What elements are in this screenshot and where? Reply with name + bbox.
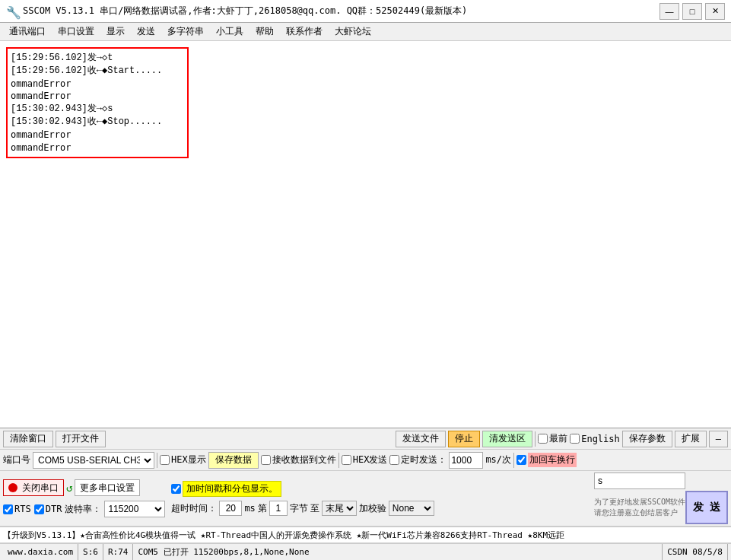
menu-item-多字符串[interactable]: 多字符串	[161, 24, 210, 40]
baud-select[interactable]: 115200	[104, 501, 165, 517]
end-select[interactable]: 末尾	[322, 501, 357, 516]
timeout-label: 超时时间：	[171, 502, 217, 515]
dtr-text: DTR	[46, 504, 62, 514]
save-data-button[interactable]: 保存数据	[208, 452, 259, 469]
recv-to-file-checkbox[interactable]	[261, 455, 271, 465]
minimize-button[interactable]: —	[659, 3, 679, 20]
window-title: SSCOM V5.13.1 串口/网络数据调试器,作者:大虾丁丁,2618058…	[23, 5, 659, 18]
clear-window-button[interactable]: 清除窗口	[3, 431, 53, 447]
port-status-dot	[8, 483, 17, 492]
timed-send-interval[interactable]: 1000	[449, 452, 483, 469]
menu-item-帮助[interactable]: 帮助	[249, 24, 280, 40]
port-select[interactable]: COM5 USB-SERIAL CH340	[33, 452, 154, 469]
add-carriage-checkbox[interactable]	[516, 455, 526, 465]
recv-to-file-text: 接收数据到文件	[272, 453, 336, 466]
checksum-label: 加校验	[359, 502, 386, 515]
hex-send-text: HEX发送	[353, 453, 388, 466]
checksum-select[interactable]: None	[389, 501, 434, 516]
promo-text: 为了更好地发展SSCOM软件请您注册嘉立创结居客户	[594, 497, 685, 518]
log-line: ommandError	[11, 78, 184, 91]
ticker-text: 【升级到V5.13.1】★合宙高性价比4G模块值得一试 ★RT-Thread中国…	[3, 530, 564, 541]
latest-checkbox[interactable]	[538, 434, 548, 444]
r-count-status: R:74	[103, 544, 134, 560]
dash-button[interactable]: —	[709, 431, 728, 447]
toolbar-row2: 端口号 COM5 USB-SERIAL CH340 HEX显示 保存数据 接收数…	[0, 450, 731, 471]
english-checkbox[interactable]	[570, 434, 580, 444]
log-line: [15:29:56.102]发→◇t	[11, 52, 184, 65]
more-settings-button[interactable]: 更多串口设置	[75, 479, 140, 496]
window-controls: — □ ✕	[659, 3, 725, 20]
hex-send-checkbox[interactable]	[342, 455, 351, 465]
dtr-checkbox[interactable]	[34, 504, 44, 514]
close-port-label: 关闭串口	[22, 482, 59, 495]
menu-item-大虾论坛[interactable]: 大虾论坛	[329, 24, 377, 40]
website-status: www.daxia.com	[3, 544, 78, 560]
english-checkbox-label: English	[570, 434, 620, 444]
rts-checkbox[interactable]	[3, 504, 13, 514]
timed-send-text: 定时发送：	[401, 453, 447, 466]
byte-start-label: 第	[258, 502, 267, 515]
send-file-button[interactable]: 发送文件	[396, 431, 446, 447]
latest-label: 最前	[549, 432, 567, 445]
close-port-button[interactable]: 关闭串口	[3, 479, 64, 496]
log-area: [15:29:56.102]发→◇t[15:29:56.102]收←◆Start…	[0, 41, 731, 428]
timeout-input[interactable]: 20	[219, 501, 242, 516]
log-line: [15:29:56.102]收←◆Start.....	[11, 65, 184, 78]
english-label: English	[581, 434, 620, 444]
baud-label: 波特率：	[65, 503, 101, 516]
log-line: [15:30:02.943]收←◆Stop......	[11, 116, 184, 129]
close-button[interactable]: ✕	[705, 3, 725, 20]
menu-item-通讯端口[interactable]: 通讯端口	[3, 24, 52, 40]
port-label: 端口号	[3, 453, 30, 466]
add-carriage-label: 加回车换行	[516, 453, 577, 467]
byte-num-input[interactable]: 1	[269, 501, 288, 516]
bottom-section: 清除窗口 打开文件 发送文件 停止 清发送区 最前 English 保存参数 扩…	[0, 428, 731, 527]
app-icon: 🔧	[6, 5, 18, 18]
maximize-button[interactable]: □	[682, 3, 702, 20]
to-label: 至	[310, 502, 319, 515]
log-line: ommandError	[11, 129, 184, 142]
hex-send-label: HEX发送	[342, 453, 388, 466]
status-bar: www.daxia.com S:6 R:74 COM5 已打开 115200bp…	[0, 543, 731, 560]
send-input[interactable]: s	[594, 473, 685, 489]
reload-icon[interactable]: ↺	[66, 482, 72, 494]
menu-item-发送[interactable]: 发送	[131, 24, 161, 40]
log-content[interactable]: [15:29:56.102]发→◇t[15:29:56.102]收←◆Start…	[0, 41, 731, 428]
log-line: [15:30:02.943]发→◇s	[11, 103, 184, 116]
recv-to-file-label: 接收数据到文件	[261, 453, 336, 466]
dtr-label: DTR	[34, 504, 62, 514]
add-carriage-text: 加回车换行	[528, 453, 577, 467]
open-file-button[interactable]: 打开文件	[56, 431, 106, 447]
latest-checkbox-label: 最前	[538, 432, 567, 445]
menu-bar: 通讯端口串口设置显示发送多字符串小工具帮助联系作者大虾论坛	[0, 23, 731, 41]
menu-item-小工具[interactable]: 小工具	[210, 24, 249, 40]
add-time-checkbox[interactable]	[171, 484, 181, 494]
rts-label: RTS	[3, 504, 31, 514]
timed-send-label: 定时发送：	[389, 453, 447, 466]
clear-send-area-button[interactable]: 清发送区	[482, 431, 532, 447]
main-content: [15:29:56.102]发→◇t[15:29:56.102]收←◆Start…	[0, 41, 731, 527]
save-params-button[interactable]: 保存参数	[622, 431, 672, 447]
expand-button[interactable]: 扩展	[675, 431, 707, 447]
port-info-status: COM5 已打开 115200bps,8,1,None,None	[133, 544, 663, 560]
log-line: ommandError	[11, 142, 184, 154]
menu-item-显示[interactable]: 显示	[100, 24, 131, 40]
ms-unit: ms	[244, 503, 255, 514]
log-line: ommandError	[11, 90, 184, 103]
menu-item-联系作者[interactable]: 联系作者	[280, 24, 329, 40]
timed-send-checkbox[interactable]	[389, 455, 399, 465]
add-time-label: 加时间戳和分包显示。	[171, 481, 281, 497]
hex-display-checkbox[interactable]	[160, 455, 170, 465]
ms-label: ms/次	[485, 453, 511, 466]
send-button[interactable]: 发 送	[685, 491, 728, 524]
hex-display-label: HEX显示	[160, 453, 206, 466]
title-bar: 🔧 SSCOM V5.13.1 串口/网络数据调试器,作者:大虾丁丁,26180…	[0, 0, 731, 23]
stop-button[interactable]: 停止	[448, 431, 480, 447]
add-time-text: 加时间戳和分包显示。	[183, 481, 281, 497]
csdn-status: CSDN 08/5/8	[663, 544, 728, 560]
toolbar-row1: 清除窗口 打开文件 发送文件 停止 清发送区 最前 English 保存参数 扩…	[0, 428, 731, 450]
menu-item-串口设置[interactable]: 串口设置	[52, 24, 100, 40]
rts-text: RTS	[14, 504, 31, 514]
byte-unit-label: 字节	[290, 502, 308, 515]
ticker-bar: 【升级到V5.13.1】★合宙高性价比4G模块值得一试 ★RT-Thread中国…	[0, 527, 731, 543]
